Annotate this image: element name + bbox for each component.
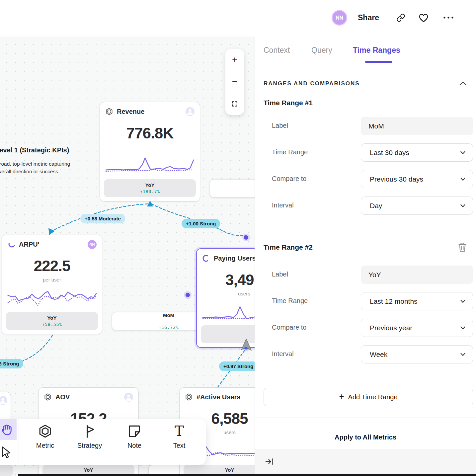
user-avatar[interactable]: NN — [332, 10, 347, 26]
compare-to-select[interactable]: Previous 30 days — [361, 170, 473, 188]
delete-time-range-icon[interactable] — [458, 242, 467, 252]
collaborator-badge: NN — [88, 240, 97, 249]
metric-value: 3,49 — [225, 271, 254, 289]
select-value: Week — [370, 351, 387, 358]
note-tool[interactable]: Note — [115, 424, 154, 449]
apply-all-metrics-button[interactable]: Apply to All Metrics — [255, 434, 476, 441]
label-input[interactable]: YoY — [361, 266, 473, 284]
chip-fragment — [0, 465, 13, 476]
metric-card-revenue[interactable]: Revenue 776.8K MoM ↑31.57% YoY ↑180.7% — [100, 102, 200, 201]
metric-card-arpu[interactable]: ARPU' NN 222.5 per user MoM ↑16.72% YoY … — [2, 235, 102, 334]
settings-panel: Context Query Time Ranges RANGES AND COM… — [255, 37, 476, 476]
loading-arc-icon — [202, 254, 210, 262]
tool-label: Text — [173, 442, 186, 449]
chevron-down-icon — [460, 353, 465, 356]
tool-label: Metric — [36, 442, 54, 449]
correlation-label: +0.58 Moderate — [85, 216, 121, 221]
card-title: ARPU' — [19, 241, 39, 248]
connector-handle[interactable] — [244, 235, 248, 240]
chevron-up-icon[interactable] — [459, 81, 467, 86]
divider — [255, 63, 476, 63]
field-label: Time Range — [272, 148, 308, 156]
flag-icon — [82, 424, 97, 438]
canvas-note-title: Level 1 (Strategic KPIs) — [0, 146, 69, 154]
comparison-toggle: MoM ↑16.72% YoY ↑58.55% — [6, 312, 98, 330]
chip-label: MoM — [163, 312, 174, 318]
section-title: RANGES AND COMPARISONS — [264, 80, 360, 87]
label-input[interactable]: MoM — [361, 117, 473, 135]
metric-icon — [105, 108, 113, 116]
text-tool-icon: T — [175, 424, 184, 438]
loading-arc-icon — [7, 240, 15, 248]
time-range-select[interactable]: Last 12 months — [361, 292, 473, 310]
field-label: Interval — [272, 201, 294, 209]
collapse-panel-icon[interactable] — [265, 457, 274, 466]
person-icon — [124, 393, 133, 402]
plus-icon: + — [339, 391, 344, 402]
correlation-badge: +0.97 Strong — [219, 361, 258, 371]
sparkline — [105, 153, 196, 176]
chip-yoy[interactable]: YoY ↑58.55% — [6, 312, 98, 330]
interval-select[interactable]: Day — [361, 197, 473, 215]
tab-context[interactable]: Context — [264, 46, 290, 55]
field-label: Label — [272, 122, 288, 129]
favorite-icon[interactable] — [419, 13, 429, 23]
fullscreen-icon — [231, 101, 238, 107]
sparkline — [7, 285, 98, 311]
metric-value: 776.8K — [100, 124, 200, 142]
share-button[interactable]: Share — [358, 13, 379, 22]
add-time-range-label: Add Time Range — [348, 393, 398, 401]
hand-tool[interactable] — [0, 419, 17, 440]
tool-label: Strategy — [77, 442, 102, 449]
add-time-range-button[interactable]: + Add Time Range — [264, 388, 473, 406]
select-value: Day — [370, 202, 382, 210]
card-header: Revenue — [100, 102, 200, 121]
owner-avatar — [0, 396, 7, 405]
card-title: Revenue — [117, 108, 144, 116]
owner-avatar — [186, 107, 195, 116]
chevron-down-icon — [460, 178, 465, 181]
cursor-icon — [0, 446, 12, 458]
select-value: Previous 30 days — [370, 175, 423, 183]
window-edge — [18, 474, 476, 476]
field-label: Time Range — [272, 297, 308, 305]
time-range-select[interactable]: Last 30 days — [361, 143, 473, 162]
tool-label: Note — [127, 442, 141, 449]
card-header: AOV — [39, 388, 138, 406]
correlation-badge: +0.58 Moderate — [80, 214, 125, 223]
field-label: Interval — [272, 350, 294, 358]
metric-value: 222.5 — [2, 257, 102, 275]
link-icon[interactable] — [396, 13, 405, 22]
correlation-badge: +0.66 Strong — [0, 359, 23, 368]
divider — [255, 418, 476, 418]
time-range-2-title: Time Range #2 — [264, 243, 313, 251]
correlation-label: +0.66 Strong — [0, 361, 19, 366]
label-input-value: YoY — [368, 271, 381, 279]
metric-tool[interactable]: Metric — [25, 424, 65, 449]
canvas-note-body: Broad, top-level metric capturing overal… — [0, 160, 70, 175]
canvas-toolbar: Metric Strategy Note T Text — [0, 419, 206, 465]
strategy-tool[interactable]: Strategy — [70, 424, 110, 449]
tab-query[interactable]: Query — [311, 46, 332, 55]
fit-view-button[interactable] — [225, 93, 244, 115]
field-label: Compare to — [272, 324, 307, 331]
tab-time-ranges[interactable]: Time Ranges — [353, 46, 400, 55]
connector-handle[interactable] — [186, 293, 190, 297]
select-tool[interactable] — [0, 442, 17, 462]
metric-unit: per user — [2, 277, 102, 282]
person-icon — [186, 107, 195, 116]
owner-avatar — [124, 393, 133, 402]
more-options-icon[interactable] — [443, 16, 454, 19]
interval-select[interactable]: Week — [361, 345, 473, 363]
text-tool[interactable]: T Text — [159, 424, 199, 449]
chip-yoy[interactable]: YoY ↑180.7% — [104, 179, 196, 197]
panel-footer — [255, 449, 476, 476]
metric-tool-icon — [38, 424, 52, 438]
chip-value: ↑180.7% — [140, 189, 160, 194]
metric-icon — [185, 393, 193, 401]
zoom-out-button[interactable]: − — [225, 71, 244, 93]
app-header: NN Share — [0, 0, 476, 37]
compare-to-select[interactable]: Previous year — [361, 319, 473, 337]
chevron-down-icon — [460, 151, 465, 154]
zoom-in-button[interactable]: + — [225, 49, 244, 71]
